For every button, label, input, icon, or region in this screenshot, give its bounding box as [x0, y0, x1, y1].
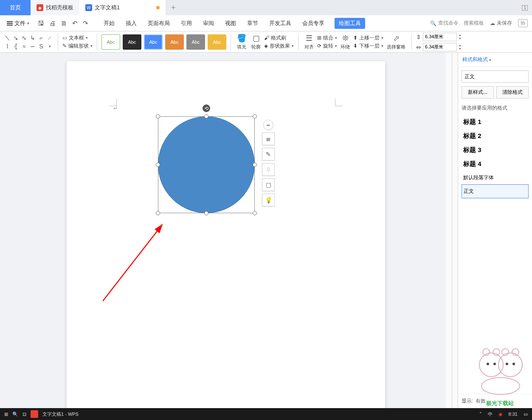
- file-menu-button[interactable]: 文件 ▾: [4, 19, 32, 28]
- resize-handle-bl[interactable]: [156, 211, 160, 215]
- scribble-icon[interactable]: S: [37, 42, 45, 50]
- style-body[interactable]: 正文: [462, 184, 529, 198]
- style-heading1[interactable]: 标题 1: [462, 115, 529, 129]
- show-value[interactable]: 有效: [476, 397, 486, 405]
- shape-effects-button[interactable]: ◈ 形状效果 ▾: [264, 42, 294, 50]
- style-heading3[interactable]: 标题 3: [462, 143, 529, 157]
- menu-layout[interactable]: 页面布局: [147, 18, 171, 29]
- tab-docker-templates[interactable]: ◆ 找稻壳模板: [31, 0, 79, 15]
- menu-chapter[interactable]: 章节: [246, 18, 259, 29]
- redo-icon[interactable]: ↷: [83, 20, 88, 27]
- canvas-area[interactable]: ↵ ⟲ − ≣ ✎ ♢ ▢ 💡: [0, 53, 452, 408]
- taskbar-title[interactable]: 文字文稿1 - WPS: [42, 411, 79, 417]
- brace-icon[interactable]: ⦃: [12, 42, 20, 50]
- panel-title[interactable]: 样式和格式 ▾: [458, 53, 532, 67]
- menu-dev[interactable]: 开发工具: [268, 18, 292, 29]
- spinner-down[interactable]: ▼: [459, 47, 462, 51]
- menu-member[interactable]: 会员专享: [301, 18, 325, 29]
- bracket-icon[interactable]: ⌇: [3, 42, 11, 50]
- shape-gallery[interactable]: ＼ ↘ ∿ ↳ ⌐ ⟋ ⌇ ⦃ ≈ ∽ S ▾: [3, 34, 53, 50]
- save-icon[interactable]: 🖫: [38, 20, 44, 27]
- rotate-button[interactable]: ⟳ 旋转 ▾: [317, 42, 337, 50]
- menu-drawing-tools[interactable]: 绘图工具: [335, 18, 365, 29]
- vertical-scrollbar[interactable]: [446, 53, 452, 408]
- spinner-down[interactable]: ▼: [459, 37, 462, 40]
- collapse-button[interactable]: −: [263, 120, 273, 130]
- line-icon[interactable]: ＼: [3, 34, 11, 42]
- selection-pane-button[interactable]: ⬀ 选择窗格: [385, 34, 407, 50]
- print-icon[interactable]: 🖨: [49, 20, 56, 27]
- spinner-up[interactable]: ▲: [459, 44, 462, 47]
- group-button[interactable]: ⊞ 组合 ▾: [317, 34, 337, 42]
- undo-icon[interactable]: ↶: [72, 20, 78, 27]
- resize-handle-bm[interactable]: [204, 211, 208, 215]
- style-swatch-yellow[interactable]: Abc: [208, 34, 226, 50]
- resize-handle-tr[interactable]: [253, 114, 257, 118]
- outline-button[interactable]: ▢ 轮廓: [250, 34, 262, 50]
- tab-home[interactable]: 首页: [0, 0, 31, 15]
- menu-review[interactable]: 审阅: [202, 18, 215, 29]
- menu-refs[interactable]: 引用: [180, 18, 193, 29]
- clock[interactable]: 8:31: [509, 412, 518, 417]
- start-icon[interactable]: ⊞: [4, 412, 8, 417]
- outline-shape-button[interactable]: ▢: [262, 178, 275, 191]
- resize-handle-tl[interactable]: [156, 114, 160, 118]
- wrap-button[interactable]: ❊ 环绕: [339, 34, 352, 50]
- search-tb-icon[interactable]: 🔍: [12, 412, 18, 417]
- style-swatch-outline[interactable]: Abc: [101, 34, 120, 50]
- style-heading4[interactable]: 标题 4: [462, 157, 529, 171]
- fill-shape-button[interactable]: ♢: [262, 163, 275, 176]
- align-button[interactable]: ☰ 对齐: [303, 34, 315, 50]
- tray-chevron-icon[interactable]: ˄: [479, 412, 482, 417]
- command-search[interactable]: 🔍 查找命令、搜索模板: [430, 20, 484, 27]
- menu-start[interactable]: 开始: [103, 18, 115, 29]
- menu-insert[interactable]: 插入: [125, 18, 138, 29]
- curve-icon[interactable]: ∿: [20, 34, 28, 42]
- textbox-button[interactable]: ▭ 文本框 ▾: [62, 34, 93, 42]
- connector-icon[interactable]: ↳: [29, 34, 37, 42]
- wave-icon[interactable]: ∽: [29, 42, 37, 50]
- panel-collapse-handle[interactable]: [452, 53, 458, 408]
- clear-format-button[interactable]: 清除格式: [496, 86, 529, 99]
- collab-icon[interactable]: 协: [518, 19, 528, 27]
- circle-shape[interactable]: [158, 116, 255, 213]
- notif-icon[interactable]: ▭: [524, 412, 528, 417]
- style-swatch-gray[interactable]: Abc: [186, 34, 205, 50]
- ime-icon[interactable]: 中: [488, 411, 493, 417]
- style-default-font[interactable]: 默认段落字体: [462, 171, 529, 184]
- style-swatch-black[interactable]: Abc: [123, 34, 141, 50]
- eyedropper-button[interactable]: ✎: [262, 148, 275, 161]
- bring-forward-button[interactable]: ⬆ 上移一层 ▾: [353, 34, 383, 42]
- zigzag-icon[interactable]: ≈: [20, 42, 28, 50]
- rotate-handle[interactable]: ⟲: [203, 104, 210, 112]
- style-heading2[interactable]: 标题 2: [462, 129, 529, 143]
- spinner-up[interactable]: ▲: [459, 34, 462, 37]
- window-count-badge[interactable]: 1: [522, 5, 528, 11]
- document-page[interactable]: ↵ ⟲ − ≣ ✎ ♢ ▢ 💡: [67, 61, 385, 408]
- new-style-button[interactable]: 新样式...: [462, 86, 494, 99]
- freeform-icon[interactable]: ⟋: [46, 34, 53, 42]
- height-input[interactable]: [423, 33, 457, 41]
- print-preview-icon[interactable]: 🗎: [61, 20, 67, 27]
- wps-taskbar-icon[interactable]: [31, 410, 38, 418]
- task-view-icon[interactable]: ⊡: [23, 412, 26, 417]
- tab-document[interactable]: W 文字文稿1: [79, 0, 166, 15]
- layout-options-button[interactable]: ≣: [262, 132, 275, 145]
- style-swatch-blue[interactable]: Abc: [144, 34, 163, 50]
- tray-app-icon[interactable]: ◉: [498, 412, 503, 417]
- send-backward-button[interactable]: ⬇ 下移一层 ▾: [353, 42, 383, 50]
- edit-shape-button[interactable]: ✎ 编辑形状 ▾: [62, 42, 93, 50]
- save-status[interactable]: ☁ 未保存: [490, 20, 512, 27]
- lightbulb-button[interactable]: 💡: [262, 194, 275, 206]
- format-painter-button[interactable]: 🖌 格式刷: [264, 34, 294, 42]
- fill-button[interactable]: 🪣 填充: [235, 34, 248, 50]
- chevron-down-icon[interactable]: ▾: [46, 42, 53, 50]
- menu-view[interactable]: 视图: [224, 18, 237, 29]
- resize-handle-tm[interactable]: [204, 114, 208, 118]
- resize-handle-mr[interactable]: [253, 163, 257, 167]
- tab-add-button[interactable]: +: [166, 0, 181, 15]
- style-swatch-orange[interactable]: Abc: [165, 34, 184, 50]
- elbow-icon[interactable]: ⌐: [37, 34, 45, 42]
- resize-handle-ml[interactable]: [156, 163, 160, 167]
- arrow-icon[interactable]: ↘: [12, 34, 20, 42]
